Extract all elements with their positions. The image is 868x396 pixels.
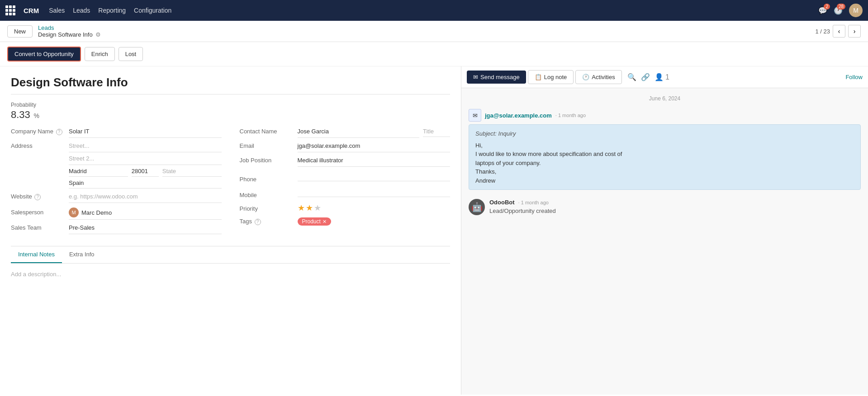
mobile-value[interactable] [298,187,451,197]
odoobot-body: Lead/Opportunity created [489,207,556,214]
chatter-area: ✉ Send message 📋 Log note 🕐 Activities 🔍… [461,66,868,395]
address-fields: Street... Street 2... Madrid 28001 State… [69,142,222,189]
contact-name-value[interactable]: Jose Garcia [298,128,420,138]
breadcrumb-current: Design Software Info ⚙ [38,31,101,38]
description-field[interactable]: Add a description... [11,271,450,298]
email-body: Subject: Inquiry Hi, I would like to kno… [469,124,861,190]
message-header: ✉ jga@solar.example.com · 1 month ago [469,109,861,122]
two-col-fields: Company Name ? Solar IT Address Street..… [11,128,450,239]
odoobot-avatar: 🤖 [469,199,485,215]
tag-remove-button[interactable]: ✕ [323,219,327,225]
tag-product: Product ✕ [298,217,331,226]
street2-field[interactable]: Street 2... [69,155,222,165]
search-chatter-icon[interactable]: 🔍 [627,73,636,81]
tags-label: Tags ? [240,218,294,225]
send-message-button[interactable]: ✉ Send message [467,71,526,84]
tab-internal-notes[interactable]: Internal Notes [11,246,62,263]
activities-button[interactable]: 🕐 Activities [575,70,621,84]
street-field[interactable]: Street... [69,142,222,152]
lost-button[interactable]: Lost [119,47,143,61]
website-help-icon[interactable]: ? [34,194,41,200]
sales-team-row: Sales Team Pre-Sales [11,224,222,234]
top-navigation: CRM Sales Leads Reporting Configuration … [0,0,868,21]
odoobot-message: 🤖 OdooBot · 1 month ago Lead/Opportunity… [469,199,861,215]
email-subject: Subject: Inquiry [475,129,854,138]
contact-name-row: Contact Name Jose Garcia Title [240,128,451,138]
tab-extra-info[interactable]: Extra Info [62,246,102,263]
tag-label: Product [302,218,321,225]
company-name-label: Company Name ? [11,128,65,135]
email-body-line-2: I would like to know more about specific… [475,150,854,159]
city-field[interactable]: Madrid [69,168,128,177]
email-sender[interactable]: jga@solar.example.com [485,112,552,119]
email-body-line-3: laptops of your company. [475,159,854,168]
zip-field[interactable]: 28001 [132,168,159,177]
odoobot-time: · 1 month ago [518,200,549,205]
star-3[interactable]: ★ [314,203,321,213]
new-button[interactable]: New [7,25,33,38]
salesperson-name: Marc Demo [81,209,112,216]
pagination-next-button[interactable]: › [848,25,861,38]
star-2[interactable]: ★ [306,203,313,213]
enrich-button[interactable]: Enrich [85,47,115,61]
follow-button[interactable]: Follow [845,74,863,80]
probability-label: Probability [11,102,450,108]
nav-links: Sales Leads Reporting Configuration [49,7,810,14]
website-field[interactable]: e.g. https://www.odoo.com [69,193,222,203]
followers-icon[interactable]: 👤 1 [655,73,669,81]
phone-value[interactable] [298,171,451,181]
country-field[interactable]: Spain [69,179,222,189]
email-body-line-5: Andrew [475,176,854,185]
salesperson-value[interactable]: M Marc Demo [69,207,222,220]
attach-icon[interactable]: 🔗 [641,73,650,81]
nav-configuration[interactable]: Configuration [134,7,171,14]
mobile-row: Mobile [240,187,451,198]
job-position-value[interactable]: Medical illustrator [298,157,451,167]
activities-label: Activities [592,74,615,80]
record-title: Design Software Info [11,75,450,94]
activities-icon: 🕐 [582,74,589,80]
odoobot-name: OdooBot [489,199,515,206]
breadcrumb-parent[interactable]: Leads [38,24,101,31]
log-note-button[interactable]: 📋 Log note [528,70,574,84]
user-avatar[interactable]: M [849,4,863,17]
company-help-icon[interactable]: ? [56,129,62,135]
priority-row: Priority ★ ★ ★ [240,203,451,213]
probability-value[interactable]: 8.33 [11,109,30,120]
priority-stars[interactable]: ★ ★ ★ [298,203,321,213]
activities-icon[interactable]: 🕐 28 [834,6,843,15]
main-layout: Design Software Info Probability 8.33 % … [0,66,868,395]
tags-help-icon[interactable]: ? [255,219,261,225]
pagination: 1 / 23 ‹ › [815,25,861,38]
left-column: Company Name ? Solar IT Address Street..… [11,128,240,239]
activities-badge: 28 [837,4,845,9]
company-name-value[interactable]: Solar IT [69,128,222,138]
sales-team-value[interactable]: Pre-Sales [69,224,222,234]
phone-label: Phone [240,176,294,183]
messages-icon[interactable]: 💬 2 [818,6,827,15]
state-field[interactable]: State [162,168,222,177]
brand-label[interactable]: CRM [24,7,39,14]
pagination-text: 1 / 23 [815,28,830,35]
apps-grid-icon[interactable] [5,5,15,15]
convert-to-opportunity-button[interactable]: Convert to Opportunity [7,47,81,61]
salesperson-row: Salesperson M Marc Demo [11,207,222,220]
tags-container: Product ✕ [298,217,331,226]
nav-reporting[interactable]: Reporting [98,7,126,14]
log-note-label: Log note [544,74,567,80]
title-field[interactable]: Title [423,128,450,137]
website-label: Website ? [11,193,65,200]
email-value[interactable]: jga@solar.example.com [298,142,451,152]
star-1[interactable]: ★ [298,203,305,213]
email-time: · 1 month ago [555,113,586,118]
chatter-messages: June 6, 2024 ✉ jga@solar.example.com · 1… [461,88,868,395]
mobile-label: Mobile [240,192,294,198]
pagination-prev-button[interactable]: ‹ [833,25,845,38]
chatter-icons: 🔍 🔗 👤 1 [627,73,669,81]
probability-section: Probability 8.33 % [11,102,450,121]
nav-leads[interactable]: Leads [73,7,90,14]
nav-sales[interactable]: Sales [49,7,65,14]
settings-gear-icon[interactable]: ⚙ [95,31,101,38]
salesperson-label: Salesperson [11,209,65,216]
breadcrumb-title: Design Software Info [38,31,93,38]
